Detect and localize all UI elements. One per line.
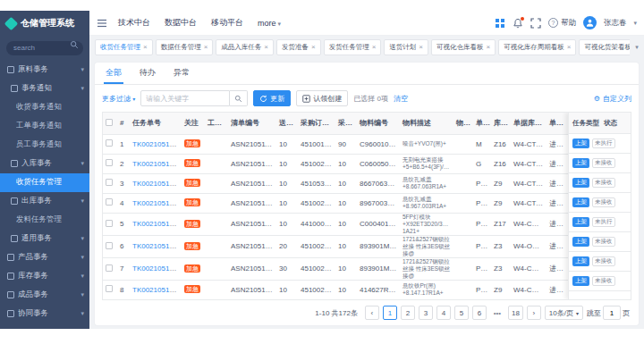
sidebar-item[interactable]: 通用事务▾ xyxy=(0,230,89,248)
close-icon[interactable]: × xyxy=(264,43,268,51)
page-button[interactable]: 1 xyxy=(383,306,397,320)
close-icon[interactable]: × xyxy=(204,43,208,51)
topnav-menu: 技术中台数据中台移动平台more ▾ xyxy=(118,17,281,29)
clear-selection-button[interactable]: 清空 xyxy=(394,94,408,104)
task-number-link[interactable]: TK002105140092 xyxy=(132,199,182,207)
sidebar-item[interactable]: 入库事务▾ xyxy=(0,155,89,173)
task-type-tag[interactable]: 上架 xyxy=(572,237,589,247)
task-type-tag[interactable]: 上架 xyxy=(572,178,589,188)
close-icon[interactable]: × xyxy=(143,43,148,51)
row-checkbox[interactable] xyxy=(106,220,113,227)
column-header: 物料组 xyxy=(453,113,473,134)
fullscreen-icon[interactable] xyxy=(530,18,541,29)
row-actions: 上架未接收 xyxy=(569,272,631,291)
user-avatar[interactable] xyxy=(583,16,597,29)
close-icon[interactable]: × xyxy=(419,43,423,51)
help-button[interactable]: ? 帮助 xyxy=(548,18,576,29)
tab-label: 可视化仓库看板 xyxy=(436,43,484,52)
cell-asn_no: ASN2105130024 xyxy=(228,235,276,257)
row-checkbox[interactable] xyxy=(106,139,113,147)
tab-item[interactable]: 收货任务管理× xyxy=(95,39,153,55)
close-icon[interactable]: × xyxy=(372,43,377,51)
cell-zone: Z3 xyxy=(491,257,511,280)
sidebar-item[interactable]: 员工事务通知 xyxy=(0,136,89,155)
subtab-item[interactable]: 异常 xyxy=(172,63,191,84)
sidebar-item[interactable]: 收货事务通知 xyxy=(0,98,89,117)
row-checkbox[interactable] xyxy=(106,264,113,272)
row-checkbox[interactable] xyxy=(106,242,113,249)
task-type-tag[interactable]: 上架 xyxy=(572,197,589,207)
customize-columns-button[interactable]: ⚙ 自定义列 xyxy=(594,94,631,104)
sidebar-item[interactable]: 发料任务管理 xyxy=(0,211,89,230)
task-number-link[interactable]: TK002105140091 xyxy=(132,160,182,168)
row-checkbox[interactable] xyxy=(106,285,113,292)
page-button[interactable]: 18 xyxy=(508,306,523,320)
goto-page-input[interactable] xyxy=(603,306,621,320)
sidebar-item[interactable]: 产品事务▾ xyxy=(0,248,89,267)
tab-item[interactable]: 成品入库任务× xyxy=(216,39,274,55)
row-checkbox[interactable] xyxy=(106,179,113,186)
more-filters-button[interactable]: 更多过滤 ▾ xyxy=(102,94,135,104)
row-checkbox[interactable] xyxy=(106,198,113,206)
tab-item[interactable]: 数据任务管理× xyxy=(156,39,214,55)
task-number-link[interactable]: TK002105130129 xyxy=(132,140,182,148)
page-size-select[interactable]: 10条/页 ▾ xyxy=(545,306,583,320)
subtab-item[interactable]: 待办 xyxy=(138,63,157,84)
sidebar-item[interactable]: 库存事务▾ xyxy=(0,267,89,286)
next-page-button[interactable]: › xyxy=(527,306,541,320)
task-type-tag[interactable]: 上架 xyxy=(572,276,589,286)
select-all-checkbox[interactable] xyxy=(106,119,113,126)
task-type-tag[interactable]: 上架 xyxy=(572,217,589,227)
page-button[interactable]: 3 xyxy=(419,306,433,320)
page-button[interactable]: 6 xyxy=(472,306,487,320)
claim-create-button[interactable]: 认领创建 xyxy=(296,90,348,106)
row-checkbox[interactable] xyxy=(106,159,113,166)
task-type-tag[interactable]: 上架 xyxy=(572,256,589,266)
user-name[interactable]: 张志春 xyxy=(604,18,627,29)
chevron-down-icon: ▾ xyxy=(276,21,281,27)
sidebar-item[interactable]: 原料事务▾ xyxy=(0,61,89,80)
sidebar-item[interactable]: 工单事务通知 xyxy=(0,117,89,136)
sidebar-item[interactable]: 成品事务▾ xyxy=(0,286,89,305)
task-type-tag[interactable]: 上架 xyxy=(572,158,589,168)
page-button[interactable]: 2 xyxy=(401,306,415,320)
cell-material_no: C0004019D129 xyxy=(357,213,400,235)
task-type-tag[interactable]: 上架 xyxy=(572,139,589,148)
keyword-input[interactable] xyxy=(140,90,230,106)
grid-icon xyxy=(11,235,18,242)
sidebar-item[interactable]: 收货任务管理 xyxy=(0,173,89,192)
task-number-link[interactable]: TK002105150006 xyxy=(132,264,182,273)
task-number-link[interactable]: TK002105140091 xyxy=(132,180,182,188)
close-icon[interactable]: × xyxy=(567,43,572,51)
task-number-link[interactable]: TK002105150009 xyxy=(132,286,182,294)
topnav-item[interactable]: 移动平台 xyxy=(211,17,243,29)
refresh-button[interactable]: 更新 xyxy=(253,90,291,106)
tab-item[interactable]: 可视化仓库看板× xyxy=(431,39,496,55)
tab-item[interactable]: 送货计划× xyxy=(384,39,428,55)
notification-bell-icon[interactable] xyxy=(513,18,523,29)
page-button[interactable]: 5 xyxy=(454,306,469,320)
tab-label: 数据任务管理 xyxy=(161,43,201,52)
keyword-search-button[interactable] xyxy=(230,90,248,106)
tab-item[interactable]: 可视化库存周期看板× xyxy=(498,39,576,55)
topnav-item[interactable]: 技术中台 xyxy=(118,17,150,29)
cell-material_desc: 1721&2527钢锁拉丝接 性床3ES锁丝接@ xyxy=(400,257,453,280)
cell-po_line: 90 xyxy=(335,134,357,154)
sidebar-item[interactable]: 事务通知▾ xyxy=(0,80,89,98)
tab-item[interactable]: 发货任务管理× xyxy=(324,39,382,55)
close-icon[interactable]: × xyxy=(311,43,316,51)
sidebar-item[interactable]: 协同事务▾ xyxy=(0,305,89,323)
tab-list-dropdown-icon[interactable]: ▾ xyxy=(630,36,644,58)
sidebar-item[interactable]: 出库事务▾ xyxy=(0,192,89,211)
apps-grid-icon[interactable] xyxy=(495,18,505,29)
task-number-link[interactable]: TK002105150005 xyxy=(132,242,182,250)
task-number-link[interactable]: TK002105150004 xyxy=(132,220,182,228)
topnav-item[interactable]: more ▾ xyxy=(258,19,281,28)
close-icon[interactable]: × xyxy=(487,43,491,51)
prev-page-button[interactable]: ‹ xyxy=(365,306,379,320)
topnav-item[interactable]: 数据中台 xyxy=(165,17,197,29)
subtab-item[interactable]: 全部 xyxy=(104,63,123,84)
tab-item[interactable]: 发货准备× xyxy=(276,39,321,55)
page-button[interactable]: 4 xyxy=(436,306,451,320)
collapse-sidebar-icon[interactable] xyxy=(97,18,107,29)
